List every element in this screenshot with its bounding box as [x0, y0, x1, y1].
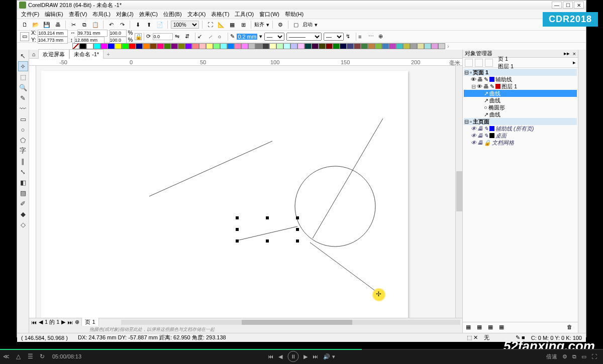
ellipse-tool[interactable]: ○ [18, 125, 28, 135]
height-input[interactable] [74, 37, 105, 44]
menu-edit[interactable]: 编辑(E) [43, 10, 65, 19]
scaley-input[interactable] [110, 37, 127, 44]
color-swatch[interactable] [403, 43, 410, 49]
color-swatch[interactable] [220, 43, 227, 49]
shadow-tool[interactable]: ◧ [18, 177, 28, 187]
selection-handle[interactable] [236, 228, 239, 231]
prev-track-icon[interactable]: ⏮ [268, 353, 273, 359]
color-swatch[interactable] [438, 43, 445, 49]
page-next-icon[interactable]: ▶ [61, 319, 65, 325]
color-swatch[interactable] [164, 43, 171, 49]
color-swatch[interactable] [382, 43, 389, 49]
mirror-h-icon[interactable]: ⇋ [175, 33, 183, 40]
pause-button[interactable]: ⏸ [287, 351, 298, 362]
menu-layout[interactable]: 布局(L) [90, 10, 112, 19]
save-icon[interactable]: 💾 [42, 20, 51, 29]
panel-close-icon[interactable]: × [573, 51, 576, 57]
page-add-icon[interactable]: ⊕ [75, 319, 79, 325]
selection-handle[interactable] [236, 216, 239, 219]
color-swatch[interactable] [129, 43, 136, 49]
ruler-vertical[interactable] [29, 66, 36, 318]
panel-menu-icon[interactable]: ▸▸ [564, 50, 570, 57]
transparency-tool[interactable]: ▨ [18, 188, 28, 198]
add-tab-icon[interactable]: + [104, 51, 113, 57]
launch-label[interactable]: 启动 [303, 21, 313, 28]
color-swatch[interactable] [108, 43, 115, 49]
rotation-input[interactable] [153, 33, 173, 40]
pick-tool[interactable]: ↖ [18, 51, 28, 61]
wrap-icon[interactable]: ↯ [346, 33, 354, 40]
color-swatch[interactable] [136, 43, 143, 49]
crop-tool[interactable]: ⬚ [18, 72, 28, 82]
color-swatch[interactable] [115, 43, 122, 49]
color-swatch[interactable] [122, 43, 129, 49]
settings-icon[interactable]: ⚙ [562, 353, 567, 360]
object-tree[interactable]: ⊟▫页面 1 👁🖶✎辅助线 ⊟👁🖶✎图层 1 ↗曲线 ↗曲线 ○椭圆形 ↗曲线 … [463, 68, 578, 322]
color-swatch[interactable] [185, 43, 192, 49]
line-mid-icon[interactable]: ⟋ [208, 34, 216, 40]
selection-handle[interactable] [266, 216, 269, 219]
menu-help[interactable]: 帮助(H) [283, 10, 306, 19]
page-last-icon[interactable]: ⏭ [67, 319, 73, 325]
pip-icon[interactable]: ⧉ [572, 353, 576, 360]
panel-options-icon[interactable]: ▸ [573, 59, 576, 66]
color-swatch[interactable] [319, 43, 326, 49]
scalex-input[interactable] [110, 30, 127, 37]
export-icon[interactable]: ⬆ [144, 20, 153, 29]
color-swatch[interactable] [283, 43, 290, 49]
color-swatch[interactable] [143, 43, 150, 49]
new-layer-icon[interactable]: ▦ [466, 324, 474, 332]
menu-window[interactable]: 窗口(W) [257, 10, 281, 19]
home-icon[interactable]: ⌂ [29, 51, 38, 57]
fill-indicator[interactable]: ⬚ ✕ [467, 334, 478, 341]
step-fwd-icon[interactable]: ▶ [304, 353, 308, 360]
outline-width[interactable]: 0.2 mm [237, 34, 257, 40]
print-icon[interactable]: 🖶 [53, 20, 62, 29]
polygon-tool[interactable]: ⬠ [18, 135, 28, 145]
canvas[interactable]: ✢ [36, 66, 455, 318]
layer-color-icon[interactable]: ▦ [488, 324, 496, 332]
open-icon[interactable]: 📂 [31, 20, 40, 29]
y-input[interactable] [38, 37, 68, 44]
grid-icon[interactable]: ▦ [228, 20, 237, 29]
color-swatch[interactable] [340, 43, 347, 49]
menu-object[interactable]: 对象(J) [114, 10, 136, 19]
menu-effect[interactable]: 效果(C) [137, 10, 160, 19]
maximize-button[interactable]: ☐ [563, 2, 573, 9]
zoom-tool[interactable]: 🔍 [18, 82, 28, 92]
color-swatch[interactable] [375, 43, 382, 49]
player-menu-icon[interactable]: ☰ [24, 353, 36, 360]
redo-icon[interactable]: ↷ [118, 20, 127, 29]
publish-icon[interactable]: 📄 [155, 20, 164, 29]
color-swatch[interactable] [192, 43, 199, 49]
player-loop-icon[interactable]: ↻ [36, 353, 48, 360]
artistic-tool[interactable]: 〰 [18, 103, 28, 113]
color-swatch[interactable] [361, 43, 368, 49]
color-swatch[interactable] [199, 43, 206, 49]
theater-icon[interactable]: ▭ [581, 353, 586, 360]
color-swatch[interactable] [86, 43, 93, 49]
selection-handle[interactable] [296, 239, 299, 242]
align-icon[interactable]: ≡ [358, 34, 366, 40]
palette-more-icon[interactable]: › [447, 43, 449, 49]
mirror-v-icon[interactable]: ⇵ [185, 33, 193, 40]
move-to-icon[interactable]: ▦ [499, 324, 507, 332]
fullscreen-icon[interactable]: ⛶ [206, 20, 215, 29]
volume-icon[interactable]: 🔊 ▾ [323, 353, 335, 360]
outline-tool[interactable]: ◇ [18, 219, 28, 229]
eyedropper-tool[interactable]: ✐ [18, 198, 28, 208]
line-start-icon[interactable]: ↙ [197, 33, 206, 40]
color-swatch[interactable] [269, 43, 276, 49]
close-button[interactable]: ✕ [574, 2, 584, 9]
menu-text[interactable]: 文本(X) [185, 10, 208, 19]
scrollbar-vertical[interactable] [455, 66, 462, 318]
edit-layers-icon[interactable] [475, 59, 483, 67]
connector-tool[interactable]: ⤡ [18, 167, 28, 177]
layer-mgr-icon[interactable] [485, 59, 493, 67]
menu-table[interactable]: 表格(T) [209, 10, 231, 19]
menu-tools[interactable]: 工具(O) [233, 10, 256, 19]
line-start-style[interactable]: — [264, 33, 284, 41]
color-swatch[interactable] [255, 43, 262, 49]
color-swatch[interactable] [417, 43, 424, 49]
color-swatch[interactable] [93, 43, 100, 49]
